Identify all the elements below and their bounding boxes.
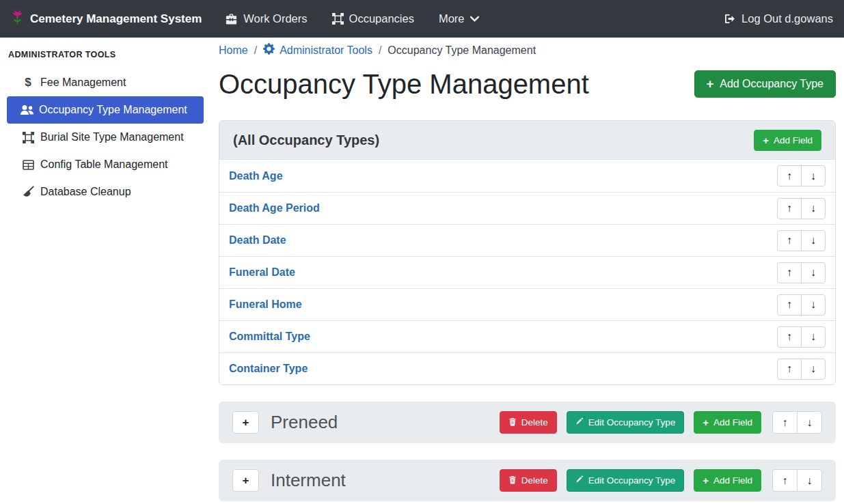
- delete-button[interactable]: Delete: [500, 469, 557, 492]
- field-row: Funeral Date ↑ ↓: [219, 256, 835, 288]
- nav-item-work-orders[interactable]: Work Orders: [225, 12, 307, 25]
- nav-item-label: Occupancies: [349, 12, 414, 25]
- move-up-button[interactable]: ↑: [777, 230, 802, 251]
- sidebar: ADMINISTRATOR TOOLS $ Fee Management Occ…: [0, 38, 205, 504]
- broom-icon: [21, 186, 36, 198]
- move-down-button[interactable]: ↓: [801, 326, 826, 348]
- app-brand[interactable]: Cemetery Management System: [11, 9, 202, 29]
- move-up-button[interactable]: ↑: [777, 198, 802, 219]
- breadcrumb-home-link[interactable]: Home: [219, 44, 248, 57]
- field-link-container-type[interactable]: Container Type: [229, 363, 308, 375]
- vector-square-icon: [332, 13, 344, 25]
- sidebar-item-database-cleanup[interactable]: Database Cleanup: [0, 178, 205, 206]
- breadcrumb-current: Occupancy Type Management: [387, 44, 536, 57]
- field-link-death-age-period[interactable]: Death Age Period: [229, 202, 320, 214]
- chevron-down-icon: [470, 16, 479, 22]
- reorder-button-group: ↑ ↓: [777, 198, 826, 219]
- expand-section-button[interactable]: +: [232, 411, 259, 434]
- sidebar-item-occupancy-type-management[interactable]: Occupancy Type Management: [7, 96, 204, 124]
- plus-icon: +: [707, 78, 714, 90]
- button-label: Add Field: [774, 135, 813, 145]
- sidebar-item-label: Occupancy Type Management: [39, 104, 187, 116]
- field-row: Death Age ↑ ↓: [219, 160, 835, 192]
- move-down-button[interactable]: ↓: [801, 359, 826, 380]
- sidebar-item-fee-management[interactable]: $ Fee Management: [0, 69, 205, 96]
- move-down-button[interactable]: ↓: [801, 230, 826, 251]
- move-down-button[interactable]: ↓: [801, 294, 826, 316]
- reorder-button-group: ↑ ↓: [772, 469, 822, 492]
- delete-button[interactable]: Delete: [500, 411, 557, 434]
- section-title: Interment: [271, 470, 346, 491]
- button-label: Add Field: [713, 417, 752, 428]
- sidebar-item-label: Fee Management: [40, 76, 126, 89]
- pencil-icon: [575, 475, 584, 486]
- nav-item-label: More: [439, 12, 465, 25]
- button-label: Add Field: [713, 475, 752, 486]
- edit-occupancy-type-button[interactable]: Edit Occupancy Type: [567, 411, 684, 434]
- logout-label: Log Out d.gowans: [741, 12, 833, 25]
- field-link-death-age[interactable]: Death Age: [229, 170, 283, 182]
- plus-icon: +: [763, 135, 769, 145]
- navbar-links: Work Orders Occupancies More: [225, 12, 478, 25]
- nav-item-occupancies[interactable]: Occupancies: [332, 12, 414, 25]
- navbar-right: Log Out d.gowans: [724, 12, 833, 25]
- move-down-button[interactable]: ↓: [801, 262, 826, 283]
- sidebar-item-label: Database Cleanup: [40, 186, 131, 198]
- move-up-button[interactable]: ↑: [777, 359, 802, 380]
- field-link-death-date[interactable]: Death Date: [229, 234, 286, 247]
- move-down-button[interactable]: ↓: [797, 411, 822, 434]
- dollar-icon: $: [21, 76, 36, 89]
- card-header: (All Occupancy Types) + Add Field: [219, 121, 835, 160]
- edit-occupancy-type-button[interactable]: Edit Occupancy Type: [567, 469, 684, 492]
- vector-square-icon: [21, 132, 36, 143]
- move-up-button[interactable]: ↑: [777, 165, 802, 186]
- breadcrumb-label: Home: [219, 44, 248, 57]
- move-up-button[interactable]: ↑: [777, 294, 802, 316]
- logout-link[interactable]: Log Out d.gowans: [724, 12, 833, 25]
- plus-icon: +: [703, 417, 709, 428]
- brand-title: Cemetery Management System: [30, 12, 202, 26]
- add-occupancy-type-button[interactable]: + Add Occupancy Type: [694, 70, 836, 98]
- logout-icon: [724, 14, 736, 24]
- reorder-button-group: ↑ ↓: [777, 262, 826, 283]
- sidebar-item-config-table-management[interactable]: Config Table Management: [0, 151, 205, 178]
- move-up-button[interactable]: ↑: [772, 411, 798, 434]
- move-up-button[interactable]: ↑: [777, 326, 802, 348]
- button-label: Delete: [521, 417, 548, 428]
- section-title: Preneed: [271, 412, 338, 433]
- field-link-committal-type[interactable]: Committal Type: [229, 331, 310, 343]
- toolbox-icon: [225, 14, 238, 25]
- occupancy-type-section-preneed: + Preneed Delete: [219, 402, 836, 443]
- move-up-button[interactable]: ↑: [772, 469, 798, 492]
- breadcrumb-separator: /: [379, 44, 381, 57]
- field-link-funeral-home[interactable]: Funeral Home: [229, 298, 302, 311]
- reorder-button-group: ↑ ↓: [777, 230, 826, 251]
- nav-item-label: Work Orders: [243, 12, 307, 25]
- field-row: Death Age Period ↑ ↓: [219, 192, 835, 224]
- reorder-button-group: ↑ ↓: [772, 411, 822, 434]
- add-field-button[interactable]: + Add Field: [694, 411, 761, 434]
- move-down-button[interactable]: ↓: [801, 165, 826, 186]
- reorder-button-group: ↑ ↓: [777, 294, 826, 316]
- field-link-funeral-date[interactable]: Funeral Date: [229, 266, 295, 279]
- main-content: Home / Administrator Tools / Occupancy T…: [205, 38, 844, 504]
- reorder-button-group: ↑ ↓: [777, 165, 826, 186]
- breadcrumb-admin-tools-link[interactable]: Administrator Tools: [263, 43, 372, 57]
- add-field-button[interactable]: + Add Field: [754, 130, 821, 151]
- section-actions: Delete Edit Occupancy Type + Add Field ↑: [500, 411, 822, 434]
- breadcrumb-label: Administrator Tools: [280, 44, 372, 57]
- field-row: Committal Type ↑ ↓: [219, 320, 835, 352]
- reorder-button-group: ↑ ↓: [777, 326, 826, 348]
- sidebar-item-burial-site-type-management[interactable]: Burial Site Type Management: [0, 124, 205, 151]
- expand-section-button[interactable]: +: [232, 469, 259, 492]
- nav-item-more[interactable]: More: [439, 12, 479, 25]
- breadcrumb-separator: /: [254, 44, 257, 57]
- card-title: (All Occupancy Types): [233, 132, 379, 148]
- table-icon: [21, 160, 36, 170]
- move-up-button[interactable]: ↑: [777, 262, 802, 283]
- plus-icon: +: [703, 475, 709, 486]
- sidebar-item-label: Config Table Management: [40, 158, 168, 171]
- move-down-button[interactable]: ↓: [797, 469, 822, 492]
- move-down-button[interactable]: ↓: [801, 198, 826, 219]
- add-field-button[interactable]: + Add Field: [694, 469, 761, 492]
